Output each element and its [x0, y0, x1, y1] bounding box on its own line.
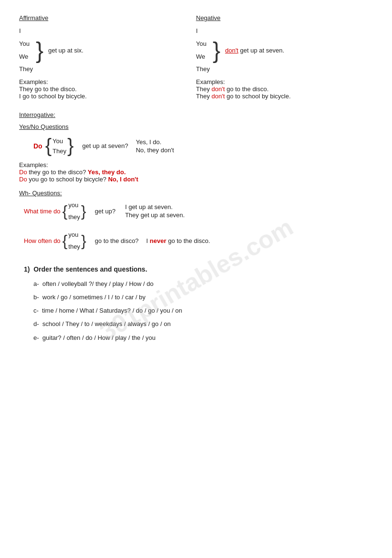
- close-brace-interrog: }: [67, 135, 74, 157]
- do-ex2: Do: [19, 176, 27, 183]
- do-word: Do: [33, 142, 42, 150]
- wh-answer-2: I never go to the disco.: [146, 237, 210, 244]
- neg-predicate-text: get up at seven.: [240, 47, 285, 54]
- answer-no: No, they don't: [136, 147, 174, 154]
- subject-You: You: [19, 39, 33, 49]
- open-brace-neg: }: [212, 39, 220, 62]
- wh-answers-1: I get up at seven. They get up at seven.: [125, 203, 185, 219]
- interrog-ex2-mid: you go to school by bicycle?: [29, 176, 108, 183]
- wh-questions-section: Wh- Questions: What time do { you they }…: [19, 190, 373, 250]
- wh-subject-you-1: you: [68, 201, 80, 209]
- interrog-example-2: Do you go to school by bicycle? No, I do…: [19, 176, 373, 183]
- interrogative-predicate: get up at seven?: [82, 142, 128, 149]
- interrogative-answers: Yes, I do. No, they don't: [136, 138, 174, 154]
- negative-section: Negative I You We They } don't get up at…: [196, 14, 373, 104]
- exercise-item-a: a- often / volleyball ?/ they / play / H…: [33, 279, 373, 289]
- interrog-ex1-mid: they go to the disco?: [29, 168, 88, 176]
- how-often-do: How often do: [24, 237, 61, 244]
- exercise-item-e: e- guitar? / often / do / How / play / t…: [33, 333, 373, 343]
- neg-subject-We: We: [196, 52, 210, 62]
- affirmative-predicate: get up at six.: [48, 47, 84, 54]
- negative-title: Negative: [196, 14, 373, 21]
- exercise-title: 1) Order the sentences and questions.: [24, 265, 373, 273]
- exercise-list: a- often / volleyball ?/ they / play / H…: [24, 279, 373, 343]
- wh-answer-1b: They get up at seven.: [125, 211, 185, 219]
- interrog-subject-you: You: [53, 137, 66, 145]
- interrogative-examples-block: Examples: Do they go to the disco? Yes, …: [19, 161, 373, 183]
- neg-subject-I: I: [196, 26, 210, 36]
- negative-predicate: don't get up at seven.: [225, 47, 284, 54]
- do-ex1: Do: [19, 168, 27, 176]
- wh-subjects-2: you they: [68, 231, 80, 250]
- open-brace-aff: }: [36, 39, 43, 62]
- exercise-item-b: b- work / go / sometimes / I / to / car …: [33, 292, 373, 303]
- affirmative-example-2: I go to school by bicycle.: [19, 93, 196, 100]
- wh-verb-2: go to the disco?: [95, 237, 139, 244]
- wh-subject-they-2: they: [68, 243, 80, 250]
- neg-subject-They: They: [196, 64, 210, 74]
- exercise-item-c: c- time / home / What / Saturdays? / do …: [33, 305, 373, 316]
- wh-subject-they-1: they: [68, 213, 80, 221]
- subject-I: I: [19, 26, 33, 36]
- affirmative-section: Affirmative I You We They } get up at si…: [19, 14, 196, 104]
- negative-example-2: They don't go to school by bicycle.: [196, 93, 373, 100]
- wh-title: Wh- Questions:: [19, 190, 373, 197]
- subject-They: They: [19, 64, 33, 74]
- wh-verb-1: get up?: [95, 208, 116, 215]
- neg-subject-You: You: [196, 39, 210, 49]
- neg-dont-1: don't: [212, 85, 225, 93]
- wh-row-1: What time do { you they } get up? I get …: [24, 201, 373, 221]
- exercise-section: 1) Order the sentences and questions. a-…: [19, 265, 373, 343]
- yes-ex1: Yes, they do.: [88, 168, 126, 176]
- close-brace-wh2: }: [81, 233, 86, 248]
- affirmative-example-1: They go to the disco.: [19, 85, 196, 93]
- negative-brace-group: I You We They } don't get up at seven.: [196, 26, 373, 74]
- interrogative-section: Interrogative: Yes/No Questions Do { You…: [19, 111, 373, 183]
- wh-row-2: How often do { you they } go to the disc…: [24, 231, 373, 250]
- exercise-item-d: d- school / They / to / weekdays / alway…: [33, 319, 373, 329]
- what-time-do: What time do: [24, 208, 61, 215]
- negative-subjects: I You We They: [196, 26, 210, 74]
- neg-dont-2: don't: [212, 93, 225, 100]
- interrogative-title: Interrogative:: [19, 111, 373, 118]
- negative-examples-label: Examples:: [196, 78, 373, 85]
- affirmative-title: Affirmative: [19, 14, 196, 21]
- wh-answer-1a: I get up at seven.: [125, 203, 185, 211]
- interrogative-subjects: You They: [53, 137, 66, 155]
- affirmative-subjects: I You We They: [19, 26, 33, 74]
- open-brace-wh1: {: [63, 203, 68, 219]
- open-brace-interrog: {: [45, 135, 52, 157]
- answer-yes: Yes, I do.: [136, 138, 174, 146]
- wh-subjects-1: you they: [68, 201, 80, 221]
- interrog-examples-label: Examples:: [19, 161, 373, 168]
- interrog-subject-they: They: [53, 147, 66, 155]
- wh-subject-you-2: you: [68, 231, 80, 238]
- dont-word: don't: [225, 47, 238, 54]
- negative-examples: Examples: They don't go to the disco. Th…: [196, 78, 373, 100]
- yes-no-subtitle: Yes/No Questions: [19, 123, 373, 130]
- no-ex2: No, I don't: [108, 176, 138, 183]
- subject-We: We: [19, 52, 33, 62]
- affirmative-examples-label: Examples:: [19, 78, 196, 85]
- negative-example-1: They don't go to the disco.: [196, 85, 373, 93]
- affirmative-examples: Examples: They go to the disco. I go to …: [19, 78, 196, 100]
- close-brace-wh1: }: [81, 203, 86, 219]
- open-brace-wh2: {: [63, 233, 68, 248]
- never-word: never: [150, 237, 167, 244]
- affirmative-brace-group: I You We They } get up at six.: [19, 26, 196, 74]
- interrogative-brace-row: Do { You They } get up at seven? Yes, I …: [33, 135, 373, 157]
- interrog-example-1: Do they go to the disco? Yes, they do.: [19, 168, 373, 176]
